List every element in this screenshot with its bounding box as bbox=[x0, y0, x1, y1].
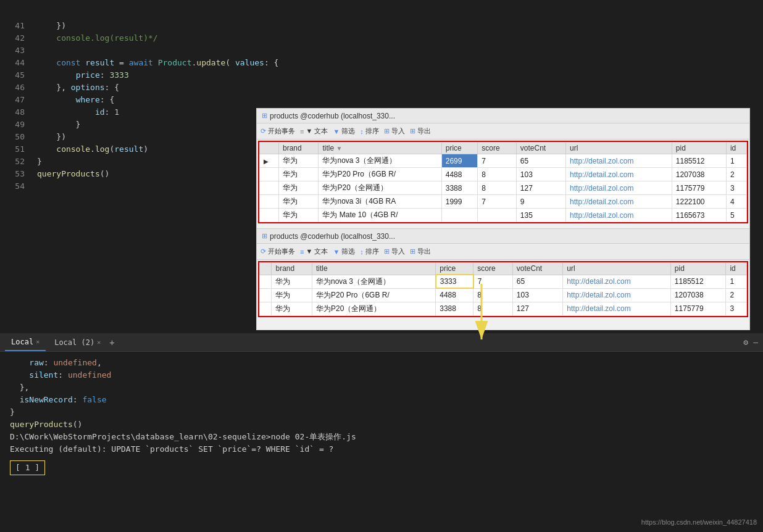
cell-price: 4488 bbox=[441, 168, 478, 181]
col-url[interactable]: url bbox=[566, 143, 672, 154]
row-arrow: ▶ bbox=[260, 154, 279, 168]
toolbar-btn-transaction-2[interactable]: ⟳ 开始事务 bbox=[261, 247, 295, 256]
toolbar-btn-export-label: 导出 bbox=[417, 127, 431, 136]
cell-url: http://detail.zol.com bbox=[566, 195, 672, 209]
toolbar-btn-import[interactable]: ⊞ 导入 bbox=[384, 127, 405, 136]
row-arrow bbox=[260, 209, 279, 222]
terminal-tab-local2-close[interactable]: ✕ bbox=[97, 339, 101, 346]
cell-price: 2699 bbox=[441, 154, 478, 168]
col-arrow-b bbox=[260, 263, 272, 275]
toolbar-btn-transaction[interactable]: ⟳ 开始事务 bbox=[261, 127, 295, 136]
db-table-icon: ⊞ bbox=[262, 112, 267, 120]
cell-brand: 华为 bbox=[278, 168, 318, 181]
code-line-47: where: { bbox=[37, 94, 763, 106]
terminal-line-4: isNewRecord: false bbox=[10, 394, 753, 406]
cell-pid: 1222100 bbox=[672, 195, 726, 209]
table-row[interactable]: 华为 华为P20 Pro（6GB R/ 4488 8 103 http://de… bbox=[260, 168, 747, 181]
table-row[interactable]: 华为 华为P20（全网通） 3388 8 127 http://detail.z… bbox=[260, 181, 747, 195]
terminal-tabs: Local ✕ Local (2) ✕ + bbox=[5, 333, 115, 351]
terminal-tab-local-close[interactable]: ✕ bbox=[36, 338, 40, 345]
col-brand-b[interactable]: brand bbox=[272, 263, 312, 275]
col-title-b[interactable]: title bbox=[312, 263, 436, 275]
export-icon-2: ⊞ bbox=[410, 247, 415, 256]
cell-id: 2 bbox=[726, 168, 746, 181]
cell-votecnt: 65 bbox=[516, 154, 565, 168]
toolbar-btn-import-2[interactable]: ⊞ 导入 bbox=[384, 247, 405, 256]
blog-url: https://blog.csdn.net/weixin_44827418 bbox=[641, 518, 757, 526]
toolbar-btn-sort-2[interactable]: ↕ 排序 bbox=[360, 247, 379, 256]
table-row[interactable]: 华为 华为 Mate 10（4GB R/ 135 http://detail.z… bbox=[260, 209, 747, 222]
terminal-gear-icon[interactable]: ⚙ bbox=[743, 338, 748, 347]
cell-url: http://detail.zol.com bbox=[566, 181, 672, 195]
line-numbers: 41 42 43 44 45 46 47 48 49 50 51 52 53 5… bbox=[0, 19, 31, 333]
toolbar-btn-filter[interactable]: ▼ 筛选 bbox=[333, 127, 355, 136]
cell-brand-b: 华为 bbox=[272, 275, 312, 288]
cell-title: 华为nova 3（全网通） bbox=[319, 154, 441, 168]
cell-url-b: http://detail.zol.com bbox=[563, 275, 671, 288]
terminal-area: Local ✕ Local (2) ✕ + ⚙ — raw: undefined… bbox=[0, 333, 763, 532]
table-row[interactable]: ▶ 华为 华为nova 3（全网通） 2699 7 65 http://deta… bbox=[260, 154, 747, 168]
cell-title-b2: 华为P20 Pro（6GB R/ bbox=[312, 288, 436, 302]
code-line-44: const result = await Product.update( val… bbox=[37, 57, 763, 69]
toolbar-btn-export[interactable]: ⊞ 导出 bbox=[410, 127, 431, 136]
col-price-b[interactable]: price bbox=[436, 263, 473, 275]
cell-score: 7 bbox=[478, 195, 516, 209]
toolbar-btn-import-label: 导入 bbox=[391, 127, 405, 136]
col-price[interactable]: price bbox=[441, 143, 478, 154]
row-arrow-b bbox=[260, 275, 272, 288]
terminal-line-3: }, bbox=[10, 381, 753, 394]
col-id[interactable]: id bbox=[726, 143, 746, 154]
col-pid[interactable]: pid bbox=[672, 143, 726, 154]
cell-votecnt: 135 bbox=[516, 209, 565, 222]
sort-icon-2: ↕ bbox=[360, 248, 364, 256]
col-votecnt-b[interactable]: voteCnt bbox=[512, 263, 563, 275]
cell-url: http://detail.zol.com bbox=[566, 154, 672, 168]
db-panel-top-header: ⊞ products @coderhub (localhost_330... bbox=[257, 109, 749, 123]
col-brand[interactable]: brand bbox=[278, 143, 318, 154]
cell-url: http://detail.zol.com bbox=[566, 209, 672, 222]
cell-score: 8 bbox=[478, 168, 516, 181]
col-score-b[interactable]: score bbox=[473, 263, 513, 275]
terminal-actions: ⚙ — bbox=[743, 338, 758, 347]
toolbar-btn-export-label-2: 导出 bbox=[417, 247, 431, 256]
filter-icon-2: ▼ bbox=[333, 248, 340, 256]
col-url-b[interactable]: url bbox=[563, 263, 671, 275]
db-toolbar-top: ⟳ 开始事务 ≡ ▼ 文本 ▼ 筛选 ↕ 排序 ⊞ 导入 ⊞ 导出 bbox=[257, 123, 749, 139]
cell-pid-b: 1185512 bbox=[670, 275, 726, 288]
col-title[interactable]: title ▼ bbox=[319, 143, 441, 154]
cell-id: 5 bbox=[726, 209, 746, 222]
terminal-line-5: } bbox=[10, 406, 753, 418]
toolbar-btn-filter-2[interactable]: ▼ 筛选 bbox=[333, 247, 355, 256]
terminal-add-tab[interactable]: + bbox=[109, 338, 114, 347]
col-pid-b[interactable]: pid bbox=[670, 263, 726, 275]
toolbar-btn-text-label: ▼ 文本 bbox=[306, 127, 328, 136]
terminal-tab-local[interactable]: Local ✕ bbox=[5, 333, 46, 351]
toolbar-btn-sort[interactable]: ↕ 排序 bbox=[360, 127, 379, 136]
code-line-42: console.log(result)*/ bbox=[37, 32, 763, 44]
text-icon-2: ≡ bbox=[300, 248, 304, 256]
terminal-minimize-icon[interactable]: — bbox=[753, 338, 758, 347]
row-arrow bbox=[260, 181, 279, 195]
cell-score: 7 bbox=[478, 154, 516, 168]
db-panel-top: ⊞ products @coderhub (localhost_330... ⟳… bbox=[256, 108, 750, 231]
col-votecnt[interactable]: voteCnt bbox=[516, 143, 565, 154]
toolbar-btn-text-2[interactable]: ≡ ▼ 文本 bbox=[300, 247, 328, 256]
terminal-line-cmd: D:\CWork\WebStormProjects\database_learn… bbox=[10, 431, 753, 443]
table-row[interactable]: 华为 华为nova 3i（4GB RA 1999 7 9 http://deta… bbox=[260, 195, 747, 209]
cell-id: 3 bbox=[726, 181, 746, 195]
col-score[interactable]: score bbox=[478, 143, 516, 154]
db-panel-bottom-header: ⊞ products @coderhub (localhost_330... bbox=[257, 229, 749, 244]
db-table-top: brand title ▼ price score voteCnt url pi… bbox=[259, 142, 747, 222]
toolbar-btn-export-2[interactable]: ⊞ 导出 bbox=[410, 247, 431, 256]
import-icon-2: ⊞ bbox=[384, 247, 390, 256]
col-id-b[interactable]: id bbox=[726, 263, 747, 275]
cell-url: http://detail.zol.com bbox=[566, 168, 672, 181]
toolbar-btn-text[interactable]: ≡ ▼ 文本 bbox=[300, 127, 328, 136]
cell-price bbox=[441, 209, 478, 222]
cell-title: 华为 Mate 10（4GB R/ bbox=[319, 209, 441, 222]
cell-brand: 华为 bbox=[278, 154, 318, 168]
terminal-line-2: silent: undefined bbox=[10, 369, 753, 381]
cell-id-b: 1 bbox=[726, 275, 747, 288]
terminal-tab-local2[interactable]: Local (2) ✕ bbox=[48, 333, 107, 351]
toolbar-btn-sort-label: 排序 bbox=[365, 127, 379, 136]
